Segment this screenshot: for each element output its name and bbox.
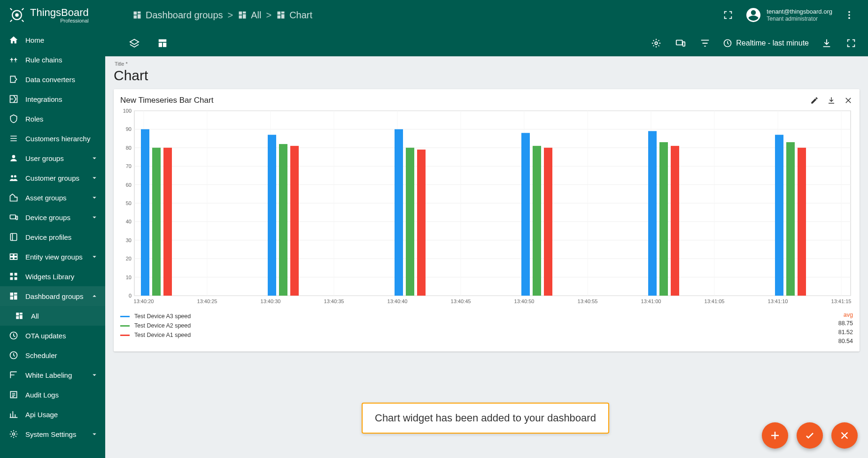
title-field-label: Title * <box>115 61 860 67</box>
sidebar-item-widgets-library[interactable]: Widgets Library <box>0 267 105 286</box>
sidebar-item-api-usage[interactable]: Api Usage <box>0 405 105 424</box>
svg-text:13:41:00: 13:41:00 <box>641 298 661 304</box>
svg-rect-78 <box>659 142 668 296</box>
settings-button[interactable] <box>647 34 666 53</box>
widget-close-button[interactable] <box>844 96 853 105</box>
user-menu[interactable]: tenant@thingsboard.org Tenant administra… <box>745 7 832 23</box>
layouts-button[interactable] <box>153 34 172 53</box>
widget-download-button[interactable] <box>827 96 836 105</box>
legend-item[interactable]: Test Device A2 speed <box>120 321 838 330</box>
breadcrumb-dashboard-groups[interactable]: Dashboard groups <box>132 10 223 21</box>
sidebar-item-customer-groups[interactable]: Customer groups <box>0 168 105 188</box>
more-vert-icon <box>844 10 854 20</box>
breadcrumb-separator: > <box>266 10 271 21</box>
legend-avg-header: avg <box>838 312 853 320</box>
sidebar-item-entity-view-groups[interactable]: Entity view groups <box>0 247 105 267</box>
sidebar-item-data-converters[interactable]: Data converters <box>0 69 105 89</box>
devices-icon <box>675 38 686 48</box>
legend-avg-value: 81.52 <box>838 329 853 338</box>
chevron-down-icon <box>90 154 99 162</box>
sidebar-item-white-labeling[interactable]: White Labeling <box>0 365 105 385</box>
svg-text:13:41:10: 13:41:10 <box>768 298 788 304</box>
sidebar-item-home[interactable]: Home <box>0 30 105 50</box>
data-converters-icon <box>9 75 18 84</box>
chevron-down-icon <box>90 174 99 182</box>
chevron-up-icon <box>90 292 99 300</box>
svg-text:13:40:25: 13:40:25 <box>197 298 217 304</box>
svg-text:13:40:45: 13:40:45 <box>451 298 471 304</box>
legend-avg-value: 80.54 <box>838 338 853 347</box>
layers-button[interactable] <box>125 34 144 53</box>
breadcrumb-chart[interactable]: Chart <box>276 10 312 21</box>
roles-icon <box>9 114 18 123</box>
account-circle-icon <box>745 7 762 23</box>
svg-rect-10 <box>10 234 16 241</box>
brand-logo[interactable]: ThingsBoard Professional <box>0 0 117 30</box>
chevron-down-icon <box>90 430 99 438</box>
svg-rect-67 <box>163 148 172 296</box>
sidebar-item-user-groups[interactable]: User groups <box>0 148 105 168</box>
filters-button[interactable] <box>696 34 714 53</box>
timewindow-button[interactable]: Realtime - last minute <box>720 34 812 53</box>
hierarchy-icon <box>9 134 18 143</box>
svg-text:13:40:35: 13:40:35 <box>324 298 344 304</box>
breadcrumb-all[interactable]: All <box>238 10 261 21</box>
svg-point-13 <box>13 433 15 435</box>
svg-rect-77 <box>648 131 657 296</box>
sidebar-item-integrations[interactable]: Integrations <box>0 89 105 109</box>
sidebar-item-customers-hierarchy[interactable]: Customers hierarchy <box>0 129 105 148</box>
legend-avg-value: 88.75 <box>838 320 853 329</box>
dashboard-title-input[interactable]: Chart <box>114 68 860 84</box>
svg-text:13:40:40: 13:40:40 <box>388 298 408 304</box>
sidebar-item-ota-updates[interactable]: OTA updates <box>0 326 105 345</box>
sidebar-item-scheduler[interactable]: Scheduler <box>0 345 105 365</box>
sidebar-item-rule-chains[interactable]: Rule chains <box>0 50 105 69</box>
layouts-icon <box>157 38 168 48</box>
export-button[interactable] <box>817 34 836 53</box>
cancel-fab[interactable] <box>831 422 858 449</box>
customer-groups-icon <box>9 173 18 183</box>
svg-rect-72 <box>406 148 414 296</box>
breadcrumb: Dashboard groups > All > Chart <box>117 10 312 21</box>
sidebar-item-device-groups[interactable]: Device groups <box>0 207 105 227</box>
fullscreen-dashboard-button[interactable] <box>842 34 860 53</box>
legend-item[interactable]: Test Device A3 speed <box>120 312 838 321</box>
pencil-icon <box>810 96 819 105</box>
thingsboard-icon <box>8 7 25 23</box>
filter-icon <box>700 38 710 48</box>
sidebar-item-audit-logs[interactable]: Audit Logs <box>0 385 105 405</box>
entity-aliases-button[interactable] <box>671 34 690 53</box>
check-icon <box>804 430 815 441</box>
ota-icon <box>9 331 18 340</box>
svg-text:0: 0 <box>129 293 132 298</box>
chart-plot: 010203040506070809010013:40:2013:40:2513… <box>120 108 853 310</box>
sidebar-item-device-profiles[interactable]: Device profiles <box>0 227 105 247</box>
legend-item[interactable]: Test Device A1 speed <box>120 330 838 340</box>
svg-rect-80 <box>775 135 783 296</box>
add-widget-fab[interactable] <box>762 422 788 449</box>
svg-text:40: 40 <box>126 219 132 224</box>
gear-icon <box>651 38 661 48</box>
svg-rect-8 <box>10 215 16 219</box>
svg-text:13:40:50: 13:40:50 <box>514 298 535 304</box>
sidebar-item-system-settings[interactable]: System Settings <box>0 424 105 444</box>
sidebar-item-roles[interactable]: Roles <box>0 109 105 129</box>
legend-swatch <box>120 335 130 336</box>
chevron-down-icon <box>90 371 99 379</box>
sidebar-item-dashboard-groups[interactable]: Dashboard groups <box>0 286 105 306</box>
svg-text:13:41:15: 13:41:15 <box>831 298 852 304</box>
scheduler-icon <box>9 351 18 360</box>
sidebar-item-asset-groups[interactable]: Asset groups <box>0 188 105 207</box>
svg-rect-82 <box>798 148 806 296</box>
sidebar-item-all[interactable]: All <box>0 306 105 326</box>
svg-rect-73 <box>417 150 426 296</box>
breadcrumb-separator: > <box>228 10 233 21</box>
svg-text:70: 70 <box>126 163 132 169</box>
more-menu-button[interactable] <box>840 6 859 24</box>
user-groups-icon <box>9 153 18 163</box>
svg-text:60: 60 <box>126 182 132 188</box>
apply-fab[interactable] <box>797 422 823 449</box>
chevron-down-icon <box>90 252 99 261</box>
widget-edit-button[interactable] <box>810 96 819 105</box>
fullscreen-button[interactable] <box>719 6 737 24</box>
